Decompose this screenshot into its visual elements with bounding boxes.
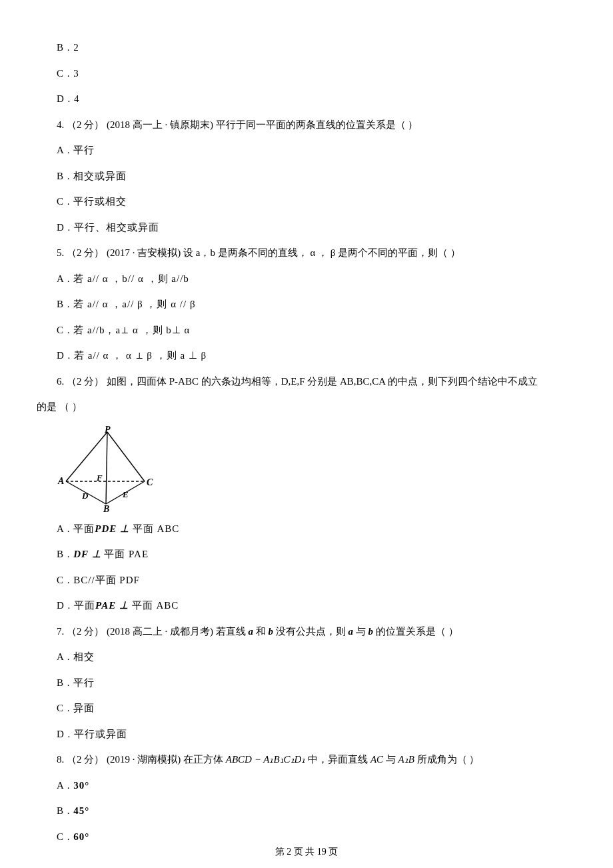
svg-text:A: A (57, 476, 64, 486)
svg-text:B: B (103, 504, 109, 512)
q3-option-b: B . 2 (37, 40, 576, 55)
tetrahedron-figure: P A C B D E F (57, 425, 157, 512)
q7-stem: 7. （2 分） (2018 高二上 · 成都月考) 若直线 a 和 b 没有公… (37, 624, 576, 639)
q5-stem: 5. （2 分） (2017 · 吉安模拟) 设 a，b 是两条不同的直线， α… (37, 245, 576, 261)
svg-text:C: C (147, 477, 153, 487)
svg-line-2 (107, 432, 145, 481)
q3-option-d: D . 4 (37, 91, 576, 107)
q4-option-a: A . 平行 (37, 143, 576, 158)
q6-stem-line2: 的是 （ ） (37, 399, 576, 415)
exam-page: B . 2 C . 3 D . 4 4. （2 分） (2018 高一上 · 镇… (0, 0, 613, 868)
q8-option-a: A . 30° (37, 778, 576, 793)
q5-option-d: D . 若 a// α ， α ⊥ β ，则 a ⊥ β (37, 348, 576, 363)
q4-stem: 4. （2 分） (2018 高一上 · 镇原期末) 平行于同一平面的两条直线的… (37, 117, 576, 133)
q6-option-d: D . 平面PAE ⊥ 平面 ABC (37, 598, 576, 613)
q5-option-b: B . 若 a// α ，a// β ，则 α // β (37, 297, 576, 312)
q5-option-a: A . 若 a// α ，b// α ，则 a//b (37, 271, 576, 287)
q8-option-c: C . 60° (37, 829, 576, 845)
q4-option-d: D . 平行、相交或异面 (37, 220, 576, 235)
q7-option-a: A . 相交 (37, 649, 576, 665)
svg-text:E: E (122, 489, 129, 499)
q7-option-b: B . 平行 (37, 675, 576, 691)
svg-line-5 (106, 432, 107, 504)
q8-stem: 8. （2 分） (2019 · 湖南模拟) 在正方体 ABCD − A₁B₁C… (37, 752, 576, 767)
q5-option-c: C . 若 a//b，a⊥ α ，则 b⊥ α (37, 323, 576, 338)
q7-option-c: C . 异面 (37, 701, 576, 716)
q6-option-a: A . 平面PDE ⊥ 平面 ABC (37, 521, 576, 537)
q6-stem-line1: 6. （2 分） 如图，四面体 P-ABC 的六条边均相等，D,E,F 分别是 … (37, 374, 576, 389)
q4-option-b: B . 相交或异面 (37, 169, 576, 184)
q6-option-c: C . BC//平面 PDF (37, 573, 576, 588)
q6-option-b: B . DF ⊥ 平面 PAE (37, 547, 576, 562)
q3-option-c: C . 3 (37, 66, 576, 81)
q7-option-d: D . 平行或异面 (37, 727, 576, 742)
q8-option-b: B . 45° (37, 803, 576, 819)
svg-text:P: P (105, 425, 111, 435)
svg-text:F: F (96, 473, 103, 483)
page-footer: 第 2 页 共 19 页 (0, 845, 613, 859)
q4-option-c: C . 平行或相交 (37, 194, 576, 209)
svg-text:D: D (81, 491, 89, 501)
